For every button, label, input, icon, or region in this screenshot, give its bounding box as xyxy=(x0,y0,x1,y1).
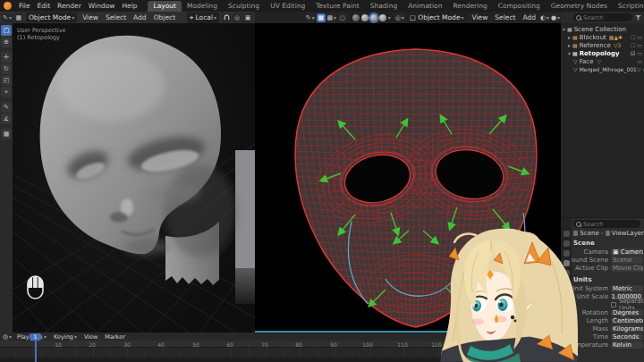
tab-scripting[interactable]: Scripting xyxy=(613,1,644,12)
sculpt-head-canvas xyxy=(13,23,255,333)
current-frame-label[interactable]: 1 xyxy=(30,333,41,341)
snap-magnet-icon[interactable] xyxy=(222,13,231,22)
menu-file[interactable]: File xyxy=(15,2,34,10)
tool-add-primitive[interactable]: ▦ xyxy=(1,129,12,139)
outliner-row-retopology[interactable]: ▾ ▦ Retopology ☑▭ xyxy=(561,49,644,57)
unit-system-dropdown[interactable]: Metric xyxy=(611,285,643,292)
expander-icon[interactable]: ▸ xyxy=(566,34,572,40)
active-tool-icon[interactable]: ✎▾ xyxy=(306,13,315,22)
outliner-row-face[interactable]: ▽ Face ▽ ▭ xyxy=(561,57,644,65)
exclude-checkbox-icon[interactable]: ☑ xyxy=(631,50,635,56)
viewport-visibility-icon[interactable]: ▭ xyxy=(637,50,642,56)
expander-icon[interactable]: ▾ xyxy=(561,26,567,32)
breadcrumb-scene[interactable]: Scene xyxy=(580,230,598,237)
shading-dropdown-icon[interactable]: ●▾ xyxy=(551,13,560,22)
shading-material-icon[interactable] xyxy=(370,14,377,21)
exclude-checkbox-icon[interactable]: ☐ xyxy=(631,34,635,40)
viewport-3d-sculpt[interactable]: User Perspective (1) Retopology xyxy=(13,23,255,333)
menu-render[interactable]: Render xyxy=(54,2,85,10)
tab-sculpting[interactable]: Sculpting xyxy=(223,1,265,12)
tool-move[interactable]: ✛ xyxy=(1,52,12,63)
active-clip-row: Active Clip Movie Clip xyxy=(572,264,643,272)
menu-add[interactable]: Add xyxy=(130,13,150,21)
tab-uv-editing[interactable]: UV Editing xyxy=(265,1,310,12)
menu-help[interactable]: Help xyxy=(118,2,140,10)
properties-search[interactable] xyxy=(573,220,640,228)
menu-select[interactable]: Select xyxy=(491,13,519,21)
outliner-search-input[interactable] xyxy=(583,14,630,21)
tab-compositing[interactable]: Compositing xyxy=(493,1,546,12)
menu-view[interactable]: View xyxy=(80,333,101,341)
viewport-visibility-icon[interactable]: ▭ xyxy=(637,42,642,48)
tool-measure[interactable]: ∡ xyxy=(1,114,12,124)
properties-search-input[interactable] xyxy=(583,221,637,228)
tab-layout[interactable]: Layout xyxy=(148,1,182,12)
tool-rotate[interactable]: ↻ xyxy=(1,63,12,74)
object-mode-dropdown[interactable]: Object Mode▾ xyxy=(26,13,77,22)
filter-funnel-icon[interactable] xyxy=(635,15,641,21)
outliner: ▾ ▦ Scene Collection ▸ ▦ Blockout ▩▲✚ ☐▭… xyxy=(561,23,644,73)
outliner-row-blockout[interactable]: ▸ ▦ Blockout ▩▲✚ ☐▭ xyxy=(561,33,644,41)
menu-edit[interactable]: Edit xyxy=(34,2,55,10)
menu-select[interactable]: Select xyxy=(102,13,130,21)
separate-units-checkbox[interactable] xyxy=(611,302,616,307)
tab-modeling[interactable]: Modeling xyxy=(182,1,223,12)
tab-rendering[interactable]: Rendering xyxy=(447,1,492,12)
shading-solid-icon[interactable] xyxy=(361,14,369,21)
menu-view[interactable]: View xyxy=(79,13,102,21)
outliner-row-reference[interactable]: ▸ ▦ Reference ▽3 ☐▭ xyxy=(561,41,644,49)
viewport-visibility-icon[interactable]: ▭ xyxy=(637,58,642,64)
tool-cursor[interactable]: ⊕ xyxy=(1,37,12,47)
temperature-dropdown[interactable]: Kelvin xyxy=(611,341,643,349)
tab-animation[interactable]: Animation xyxy=(402,1,447,12)
rotation-dropdown[interactable]: Degrees xyxy=(611,309,643,316)
outliner-row-merged-mihrage[interactable]: ▽ Merged_Mihrage_001 ▽▭ xyxy=(561,65,644,73)
blender-logo-icon[interactable] xyxy=(4,2,12,10)
object-preview-icons: ▩▲✚ xyxy=(609,34,623,40)
overlay-dropdown-icon[interactable]: ◐▾ xyxy=(540,13,549,22)
outliner-search[interactable] xyxy=(573,13,632,21)
proportional-editing-icon[interactable]: ◎ xyxy=(233,13,242,22)
expander-icon[interactable]: ▾ xyxy=(566,50,572,56)
row-label: Face xyxy=(580,58,594,65)
blender-window: File Edit Render Window Help Layout Mode… xyxy=(0,0,644,362)
tool-select-box[interactable]: ▢ xyxy=(1,25,12,36)
tab-texture-paint[interactable]: Texture Paint xyxy=(310,1,364,12)
viewport-visibility-icon[interactable]: ▭ xyxy=(637,34,642,40)
shading-wireframe-icon[interactable] xyxy=(352,14,360,21)
modifier-icon[interactable]: ▽ xyxy=(637,66,641,72)
menu-marker[interactable]: Marker xyxy=(101,333,128,341)
tab-geometry-nodes[interactable]: Geometry Nodes xyxy=(546,1,613,12)
background-scene-field[interactable]: Scene xyxy=(611,257,643,264)
tool-scale[interactable]: ◰ xyxy=(1,75,12,86)
mesh-data-icon: ▽ xyxy=(573,58,578,64)
editor-type-icon[interactable]: ▾ xyxy=(2,333,13,340)
tool-transform[interactable]: ⌖ xyxy=(1,87,12,97)
tab-shading[interactable]: Shading xyxy=(365,1,402,12)
current-frame-line[interactable] xyxy=(35,341,37,362)
texture-icon[interactable]: ▩▾ xyxy=(327,13,336,22)
object-mode-dropdown[interactable]: ▢ Object Mode▾ xyxy=(407,13,467,22)
mass-dropdown[interactable]: Kilograms xyxy=(611,325,643,333)
expander-icon[interactable]: ▸ xyxy=(566,42,572,48)
menu-object[interactable]: Object xyxy=(150,13,179,21)
breadcrumb-viewlayer[interactable]: ViewLayer xyxy=(612,230,644,237)
shading-rendered-icon[interactable] xyxy=(379,14,386,21)
editor-type-icon[interactable]: ✎▾ xyxy=(2,13,13,22)
menu-window[interactable]: Window xyxy=(85,2,119,10)
transform-orientation-dropdown[interactable]: ⌖ Local▾ xyxy=(187,13,219,23)
gizmo-icon[interactable]: ◎▾ xyxy=(395,13,404,22)
tool-annotate[interactable]: ✎ xyxy=(1,102,12,113)
xray-icon[interactable]: ○ xyxy=(338,13,347,22)
active-clip-field[interactable]: Movie Clip xyxy=(611,265,643,272)
snap-toggle-icon[interactable]: ▦ xyxy=(317,13,326,22)
overlays-icon[interactable]: ▣ xyxy=(243,13,252,22)
exclude-checkbox-icon[interactable]: ☐ xyxy=(631,42,635,48)
menu-view[interactable]: View xyxy=(469,13,492,21)
camera-field[interactable]: ▣ Camera xyxy=(611,248,643,256)
length-dropdown[interactable]: Centimeters xyxy=(611,317,643,324)
menu-keying[interactable]: Keying▾ xyxy=(50,333,80,341)
time-dropdown[interactable]: Seconds xyxy=(611,333,643,341)
outliner-row-scene-collection[interactable]: ▾ ▦ Scene Collection xyxy=(561,25,644,33)
menu-add[interactable]: Add xyxy=(519,13,539,21)
